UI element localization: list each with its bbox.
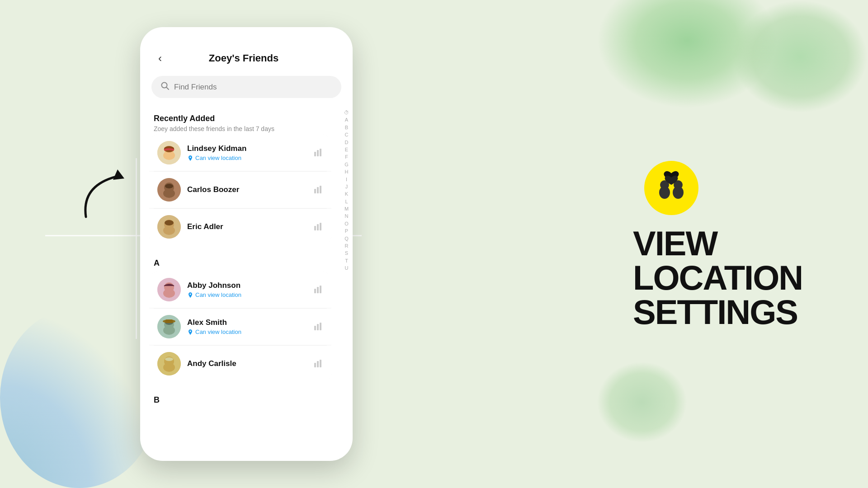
section-letter-a: A xyxy=(149,252,331,272)
recently-added-subtitle: Zoey added these friends in the last 7 d… xyxy=(154,125,327,132)
svg-point-29 xyxy=(190,293,191,295)
alpha-q[interactable]: Q xyxy=(344,235,349,242)
recently-added-card: Lindsey Kidman Can view location xyxy=(149,135,331,245)
friend-status-abby: Can view location xyxy=(187,291,306,298)
svg-marker-0 xyxy=(113,169,124,180)
map-blob-3 xyxy=(597,361,687,443)
alpha-b[interactable]: B xyxy=(345,124,348,131)
svg-point-28 xyxy=(163,289,175,298)
back-button[interactable]: ‹ xyxy=(154,50,166,67)
alpha-m[interactable]: M xyxy=(344,206,349,212)
location-pin-icon-lindsey xyxy=(187,155,193,161)
search-icon xyxy=(160,81,170,93)
alpha-r[interactable]: R xyxy=(345,243,349,249)
map-blob-water xyxy=(0,307,158,488)
svg-rect-18 xyxy=(320,186,321,193)
svg-rect-40 xyxy=(314,326,316,330)
action-icon-abby[interactable] xyxy=(312,284,323,295)
section-letter-b: B xyxy=(149,389,331,408)
location-pin-icon-alex xyxy=(187,329,193,335)
svg-rect-32 xyxy=(320,286,321,293)
arrow-annotation xyxy=(72,163,140,230)
view-location-title: VIEW LOCATION SETTINGS xyxy=(633,226,823,329)
svg-rect-31 xyxy=(317,287,319,293)
section-a-card: Abby Johnson Can view location xyxy=(149,272,331,382)
page-title: Zoey's Friends xyxy=(166,52,321,64)
recently-added-title: Recently Added xyxy=(154,114,327,123)
alpha-o[interactable]: O xyxy=(344,221,349,227)
friend-info-alex: Alex Smith Can view location xyxy=(187,318,306,335)
svg-point-39 xyxy=(190,330,191,332)
alpha-t[interactable]: T xyxy=(345,258,348,264)
svg-rect-48 xyxy=(317,361,319,367)
svg-point-14 xyxy=(163,189,175,198)
svg-point-21 xyxy=(163,226,175,235)
svg-rect-10 xyxy=(317,150,319,156)
avatar-alex xyxy=(157,315,181,338)
friend-name-andy: Andy Carlisle xyxy=(187,359,306,368)
svg-point-22 xyxy=(165,220,174,225)
svg-rect-49 xyxy=(320,360,321,367)
alpha-n[interactable]: N xyxy=(345,213,349,220)
friend-item-abby[interactable]: Abby Johnson Can view location xyxy=(149,272,331,308)
alpha-e[interactable]: E xyxy=(345,146,348,153)
alpha-u[interactable]: U xyxy=(345,265,349,272)
friend-name-carlos: Carlos Boozer xyxy=(187,185,306,194)
svg-rect-30 xyxy=(314,289,316,293)
can-view-label-alex: Can view location xyxy=(195,328,241,335)
svg-point-50 xyxy=(644,161,698,215)
friend-item-lindsey[interactable]: Lindsey Kidman Can view location xyxy=(149,135,331,171)
alpha-a[interactable]: A xyxy=(345,117,348,123)
alpha-i[interactable]: I xyxy=(346,176,347,183)
content-area: Recently Added Zoey added these friends … xyxy=(140,107,353,461)
search-bar[interactable] xyxy=(151,76,341,98)
friend-item-carlos[interactable]: Carlos Boozer xyxy=(149,172,331,208)
avatar-lindsey xyxy=(157,141,181,164)
alpha-s[interactable]: S xyxy=(345,250,348,257)
search-input[interactable] xyxy=(174,83,332,92)
svg-rect-25 xyxy=(320,223,321,230)
alphabet-index: ⏱ A B C D E F G H I J K L M N O P Q R S xyxy=(340,107,353,461)
avatar-abby xyxy=(157,278,181,301)
friend-status-lindsey: Can view location xyxy=(187,155,306,161)
action-icon-carlos[interactable] xyxy=(312,184,323,195)
alpha-j[interactable]: J xyxy=(345,183,348,190)
svg-rect-24 xyxy=(317,224,319,230)
avatar-andy xyxy=(157,352,181,375)
alpha-h[interactable]: H xyxy=(345,169,349,175)
svg-rect-17 xyxy=(317,187,319,193)
action-icon-alex[interactable] xyxy=(312,321,323,332)
can-view-label-abby: Can view location xyxy=(195,291,241,298)
svg-line-2 xyxy=(166,87,169,89)
scroll-content[interactable]: Recently Added Zoey added these friends … xyxy=(140,107,340,461)
action-icon-lindsey[interactable] xyxy=(312,147,323,158)
friend-info-andy: Andy Carlisle xyxy=(187,359,306,368)
alpha-k[interactable]: K xyxy=(345,191,348,197)
recently-added-section-header: Recently Added Zoey added these friends … xyxy=(149,107,331,135)
search-container xyxy=(140,76,353,107)
friend-info-abby: Abby Johnson Can view location xyxy=(187,281,306,298)
map-blob-2 xyxy=(732,0,868,113)
alpha-g[interactable]: G xyxy=(344,161,349,168)
svg-point-46 xyxy=(165,357,173,361)
alpha-p[interactable]: P xyxy=(345,228,348,235)
action-icon-andy[interactable] xyxy=(312,358,323,369)
friend-item-alex[interactable]: Alex Smith Can view location xyxy=(149,309,331,345)
svg-point-8 xyxy=(190,156,191,158)
friend-item-eric[interactable]: Eric Adler xyxy=(149,209,331,245)
alpha-clock[interactable]: ⏱ xyxy=(344,109,349,116)
can-view-label-lindsey: Can view location xyxy=(195,155,241,161)
svg-rect-42 xyxy=(320,323,321,330)
alpha-f[interactable]: F xyxy=(345,154,348,160)
alpha-d[interactable]: D xyxy=(345,139,349,146)
friend-item-andy[interactable]: Andy Carlisle xyxy=(149,346,331,382)
svg-point-15 xyxy=(165,184,173,188)
svg-point-35 xyxy=(163,326,175,335)
alpha-l[interactable]: L xyxy=(345,198,348,205)
right-panel: VIEW LOCATION SETTINGS xyxy=(633,159,823,329)
svg-rect-38 xyxy=(165,319,173,323)
action-icon-eric[interactable] xyxy=(312,221,323,232)
alpha-c[interactable]: C xyxy=(345,131,349,138)
svg-rect-23 xyxy=(314,226,316,230)
svg-rect-9 xyxy=(314,152,316,156)
